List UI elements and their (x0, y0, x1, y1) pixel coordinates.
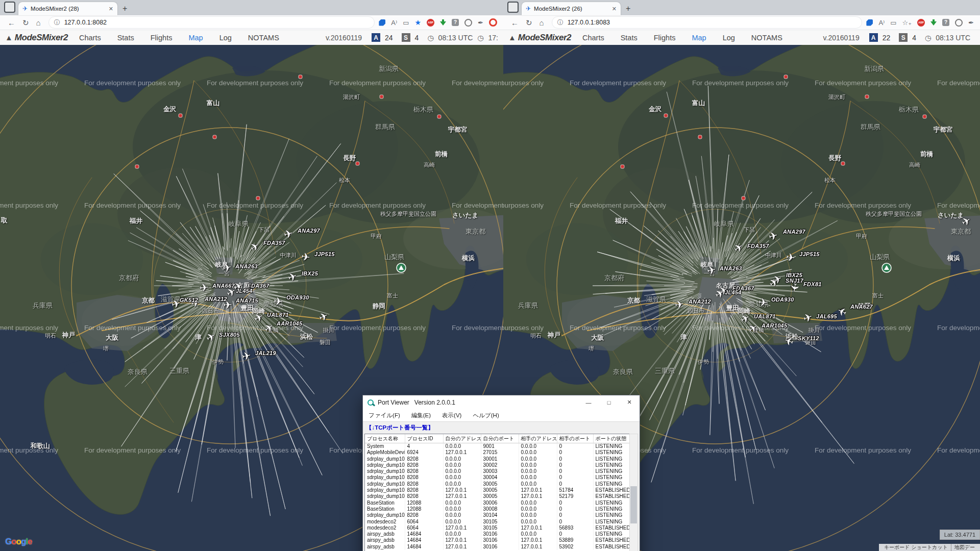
port-table-row[interactable]: BaseStation 12088 0.0.0.0 30006 0.0.0.0 … (365, 500, 630, 506)
home-button[interactable]: ⌂ (36, 19, 41, 27)
help-icon[interactable]: ? (942, 19, 949, 26)
nav-link[interactable]: NOTAMS (751, 34, 782, 42)
close-button[interactable]: ✕ (619, 395, 640, 409)
port-table-row[interactable]: modesdeco2 6064 0.0.0.0 30105 0.0.0.0 0 … (365, 519, 630, 525)
nav-link[interactable]: Flights (654, 34, 676, 42)
tab-close-icon[interactable]: ✕ (109, 6, 113, 12)
back-button[interactable]: ← (511, 19, 519, 27)
column-header[interactable]: 自分のアドレス (443, 434, 481, 443)
tab-actions-icon[interactable] (4, 2, 15, 13)
nav-link[interactable]: NOTAMS (248, 34, 279, 42)
tab-close-icon[interactable]: ✕ (612, 6, 617, 12)
aircraft-icon[interactable]: ✈ (222, 261, 233, 273)
nav-link[interactable]: Flights (151, 34, 173, 42)
aircraft-icon[interactable]: ✈ (273, 295, 283, 307)
mount-fuji-pin[interactable] (882, 263, 891, 272)
tab-actions-icon[interactable] (507, 2, 519, 13)
favorite-star-icon[interactable]: ★ (415, 19, 422, 26)
read-aloud-icon[interactable]: A⁾ (391, 19, 397, 26)
add-favorite-star-icon[interactable]: ☆₊ (902, 19, 912, 26)
google-logo[interactable]: Google (5, 537, 32, 547)
port-table-row[interactable]: sdrplay_dump1090 8208 127.0.0.1 30005 12… (365, 487, 630, 493)
aircraft-icon[interactable]: ✈ (758, 296, 768, 308)
immersive-reader-icon[interactable]: ▭ (403, 19, 409, 26)
new-tab-button[interactable]: + (122, 4, 127, 13)
refresh-button[interactable]: ↻ (526, 19, 532, 27)
mount-fuji-pin[interactable] (397, 263, 406, 272)
port-table-row[interactable]: sdrplay_dump1090 8208 127.0.0.1 30005 12… (365, 493, 630, 499)
port-table-row[interactable]: sdrplay_dump1090 8208 0.0.0.0 30104 0.0.… (365, 512, 630, 518)
shopping-tag-icon[interactable] (866, 19, 873, 26)
opera-icon[interactable] (489, 18, 497, 27)
port-table-row[interactable]: sdrplay_dump1090 8208 0.0.0.0 30002 0.0.… (365, 462, 630, 468)
ring-extension-icon[interactable] (955, 19, 963, 27)
nav-link[interactable]: Stats (117, 34, 134, 42)
refresh-button[interactable]: ↻ (22, 19, 29, 27)
aircraft-icon[interactable]: ✈ (786, 252, 796, 263)
aircraft-icon[interactable]: ✈ (706, 264, 717, 276)
nav-link[interactable]: Log (723, 34, 735, 42)
column-header[interactable]: ポートの状態 (593, 434, 630, 443)
port-table-row[interactable]: AppleMobileDevi... 6924 127.0.0.1 27015 … (365, 449, 630, 456)
nav-link[interactable]: Map (188, 34, 203, 42)
menu-item[interactable]: ヘルプ(H) (473, 412, 499, 419)
maximize-button[interactable]: □ (599, 395, 619, 409)
vertical-scrollbar[interactable] (629, 434, 638, 551)
port-table-row[interactable]: BaseStation 12088 0.0.0.0 30008 0.0.0.0 … (365, 506, 630, 512)
port-table-row[interactable]: modesdeco2 6064 127.0.0.1 30105 127.0.0.… (365, 525, 630, 531)
aircraft-icon[interactable]: ✈ (301, 251, 311, 263)
adblock-icon[interactable]: ABP (917, 19, 925, 27)
site-info-icon[interactable]: ⓘ (54, 18, 60, 27)
port-table-row[interactable]: airspy_adsb 14684 127.0.0.1 30106 127.0.… (365, 544, 630, 550)
port-viewer-titlebar[interactable]: Port Viewer Version 2.0.0.1 — □ ✕ (363, 395, 640, 409)
ring-extension-icon[interactable] (464, 19, 472, 27)
download-icon[interactable] (440, 19, 446, 26)
minimize-button[interactable]: — (578, 395, 599, 409)
port-viewer-window[interactable]: Port Viewer Version 2.0.0.1 — □ ✕ ファイル(F… (362, 395, 640, 551)
column-header[interactable]: 相手のアドレス (519, 434, 557, 443)
browser-tab[interactable]: ✈ ModeSMixer2 (28) ✕ (18, 2, 117, 15)
column-header[interactable]: プロセスID (405, 434, 443, 443)
nav-link[interactable]: Stats (621, 34, 638, 42)
menu-item[interactable]: 表示(V) (442, 412, 461, 419)
new-tab-button[interactable]: + (626, 4, 630, 13)
read-aloud-icon[interactable]: A⁾ (878, 19, 885, 26)
menu-item[interactable]: ファイル(F) (369, 412, 400, 419)
column-header[interactable]: プロセス名称 (365, 434, 405, 443)
port-table-row[interactable]: sdrplay_dump1090 8208 0.0.0.0 30001 0.0.… (365, 456, 630, 462)
home-button[interactable]: ⌂ (540, 19, 544, 27)
aircraft-icon[interactable]: ✈ (241, 349, 252, 362)
site-info-icon[interactable]: ⓘ (557, 18, 564, 27)
browser-tab[interactable]: ✈ ModeSMixer2 (26) ✕ (522, 2, 621, 15)
adblock-icon[interactable]: ABP (427, 19, 434, 27)
download-icon[interactable] (930, 19, 937, 26)
shopping-tag-icon[interactable] (379, 19, 385, 26)
port-table-row[interactable]: System 4 0.0.0.0 9001 0.0.0.0 0 LISTENIN… (365, 443, 630, 450)
nav-link[interactable]: Charts (79, 34, 101, 42)
port-table-container[interactable]: プロセス名称プロセスID自分のアドレス自分のポート相手のアドレス相手のポートポー… (364, 434, 630, 551)
port-table-row[interactable]: sdrplay_dump1090 8208 0.0.0.0 30003 0.0.… (365, 468, 630, 474)
map-place-label: 取 (1, 216, 8, 225)
aircraft-icon[interactable]: ✈ (789, 282, 801, 293)
menu-item[interactable]: 編集(E) (411, 412, 431, 419)
quill-extension-icon[interactable]: ✒ (478, 19, 483, 26)
address-bar[interactable]: ⓘ 127.0.0.1:8082 (48, 16, 375, 29)
help-icon[interactable]: ? (452, 19, 459, 26)
column-header[interactable]: 自分のポート (481, 434, 519, 443)
quill-extension-icon[interactable]: ✒ (968, 19, 974, 26)
port-table-row[interactable]: airspy_adsb 14684 127.0.0.1 30106 127.0.… (365, 537, 630, 543)
port-table-row[interactable]: sdrplay_dump1090 8208 0.0.0.0 30005 0.0.… (365, 481, 630, 487)
back-button[interactable]: ← (8, 19, 15, 27)
aircraft-icon[interactable]: ✈ (199, 282, 209, 293)
nav-link[interactable]: Charts (582, 34, 604, 42)
vertical-scrollbar-thumb[interactable] (630, 486, 637, 523)
keyboard-shortcuts-link[interactable]: キーボード ショートカット (881, 544, 951, 551)
column-header[interactable]: 相手のポート (557, 434, 593, 443)
address-bar[interactable]: ⓘ 127.0.0.1:8083 (552, 16, 863, 29)
port-table-row[interactable]: airspy_adsb 14684 0.0.0.0 30106 0.0.0.0 … (365, 531, 630, 537)
nav-link[interactable]: Map (692, 34, 706, 42)
port-table-row[interactable]: sdrplay_dump1090 8208 0.0.0.0 30004 0.0.… (365, 474, 630, 481)
aircraft-icon[interactable]: ✈ (674, 298, 684, 311)
immersive-reader-icon[interactable]: ▭ (890, 19, 896, 26)
nav-link[interactable]: Log (219, 34, 232, 42)
